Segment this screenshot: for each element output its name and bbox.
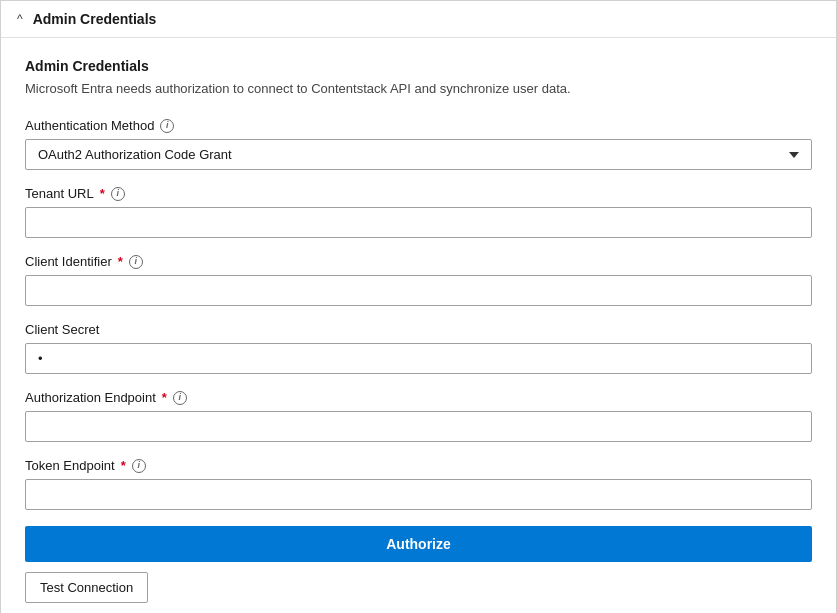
tenant-url-info-icon[interactable]: i — [111, 187, 125, 201]
client-secret-input[interactable] — [25, 343, 812, 374]
authorization-endpoint-label: Authorization Endpoint * i — [25, 390, 812, 405]
tenant-url-label-text: Tenant URL — [25, 186, 94, 201]
token-endpoint-input[interactable] — [25, 479, 812, 510]
tenant-url-label: Tenant URL * i — [25, 186, 812, 201]
client-secret-label-text: Client Secret — [25, 322, 99, 337]
client-identifier-info-icon[interactable]: i — [129, 255, 143, 269]
token-endpoint-label-text: Token Endpoint — [25, 458, 115, 473]
tenant-url-input[interactable] — [25, 207, 812, 238]
client-identifier-label: Client Identifier * i — [25, 254, 812, 269]
collapse-chevron-icon[interactable]: ^ — [17, 12, 23, 26]
authorization-endpoint-info-icon[interactable]: i — [173, 391, 187, 405]
authorization-endpoint-input[interactable] — [25, 411, 812, 442]
token-endpoint-info-icon[interactable]: i — [132, 459, 146, 473]
authorization-endpoint-label-text: Authorization Endpoint — [25, 390, 156, 405]
admin-credentials-card: ^ Admin Credentials Admin Credentials Mi… — [0, 0, 837, 613]
tenant-url-required-marker: * — [100, 186, 105, 201]
client-identifier-input[interactable] — [25, 275, 812, 306]
section-description: Microsoft Entra needs authorization to c… — [25, 80, 812, 98]
authentication-method-field-group: Authentication Method i OAuth2 Authoriza… — [25, 118, 812, 170]
authentication-method-info-icon[interactable]: i — [160, 119, 174, 133]
authorization-endpoint-required-marker: * — [162, 390, 167, 405]
authentication-method-label-text: Authentication Method — [25, 118, 154, 133]
client-identifier-field-group: Client Identifier * i — [25, 254, 812, 306]
authentication-method-select[interactable]: OAuth2 Authorization Code Grant Basic Au… — [25, 139, 812, 170]
section-title: Admin Credentials — [25, 58, 812, 74]
authorize-button[interactable]: Authorize — [25, 526, 812, 562]
authentication-method-label: Authentication Method i — [25, 118, 812, 133]
token-endpoint-required-marker: * — [121, 458, 126, 473]
authorization-endpoint-field-group: Authorization Endpoint * i — [25, 390, 812, 442]
client-identifier-label-text: Client Identifier — [25, 254, 112, 269]
card-body: Admin Credentials Microsoft Entra needs … — [1, 38, 836, 613]
token-endpoint-label: Token Endpoint * i — [25, 458, 812, 473]
card-header-title: Admin Credentials — [33, 11, 157, 27]
client-secret-field-group: Client Secret — [25, 322, 812, 374]
card-header: ^ Admin Credentials — [1, 1, 836, 38]
tenant-url-field-group: Tenant URL * i — [25, 186, 812, 238]
token-endpoint-field-group: Token Endpoint * i — [25, 458, 812, 510]
client-secret-label: Client Secret — [25, 322, 812, 337]
client-identifier-required-marker: * — [118, 254, 123, 269]
test-connection-button[interactable]: Test Connection — [25, 572, 148, 603]
